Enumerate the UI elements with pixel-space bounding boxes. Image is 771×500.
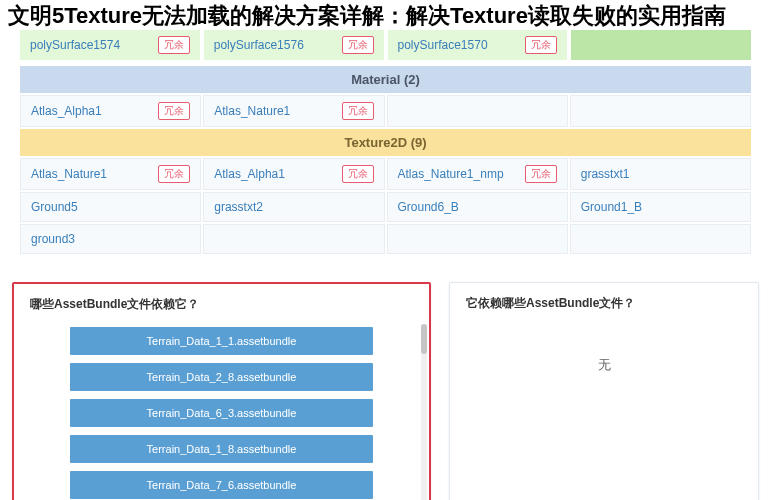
scrollbar[interactable] xyxy=(421,324,427,500)
content-area: polySurface1574 冗余 polySurface1576 冗余 po… xyxy=(0,0,771,254)
texture-cell[interactable]: Atlas_Alpha1 冗余 xyxy=(203,158,384,190)
dependencies-title: 它依赖哪些AssetBundle文件？ xyxy=(466,295,742,312)
redundant-badge: 冗余 xyxy=(342,36,374,54)
texture-name: Ground5 xyxy=(31,200,78,214)
material-row: Atlas_Alpha1 冗余 Atlas_Nature1 冗余 xyxy=(20,95,751,127)
dependencies-panel: 它依赖哪些AssetBundle文件？ 无 xyxy=(449,282,759,500)
poly-cell-empty xyxy=(571,30,751,60)
texture-cell-empty xyxy=(387,224,568,254)
dependents-title: 哪些AssetBundle文件依赖它？ xyxy=(30,296,413,313)
texture-cell[interactable]: ground3 xyxy=(20,224,201,254)
texture-row: ground3 xyxy=(20,224,751,254)
material-cell[interactable]: Atlas_Nature1 冗余 xyxy=(203,95,384,127)
texture-name: Atlas_Nature1 xyxy=(31,167,107,181)
texture-cell[interactable]: Ground1_B xyxy=(570,192,751,222)
redundant-badge: 冗余 xyxy=(158,102,190,120)
texture-name: Atlas_Alpha1 xyxy=(214,167,285,181)
none-text: 无 xyxy=(466,326,742,404)
texture-name: grasstxt2 xyxy=(214,200,263,214)
bundle-button[interactable]: Terrain_Data_2_8.assetbundle xyxy=(70,363,373,391)
redundant-badge: 冗余 xyxy=(525,165,557,183)
page-title: 文明5Texture无法加载的解决方案详解：解决Texture读取失败的实用指南 xyxy=(0,0,734,33)
material-name: Atlas_Nature1 xyxy=(214,104,290,118)
texture-name: Ground1_B xyxy=(581,200,642,214)
redundant-badge: 冗余 xyxy=(158,36,190,54)
texture-name: Ground6_B xyxy=(398,200,459,214)
material-header: Material (2) xyxy=(20,66,751,93)
poly-name: polySurface1576 xyxy=(214,38,304,52)
poly-cell[interactable]: polySurface1570 冗余 xyxy=(388,30,568,60)
texture-name: grasstxt1 xyxy=(581,167,630,181)
texture-name: Atlas_Nature1_nmp xyxy=(398,167,504,181)
panels-row: 哪些AssetBundle文件依赖它？ Terrain_Data_1_1.ass… xyxy=(0,264,771,500)
texture-cell[interactable]: grasstxt2 xyxy=(203,192,384,222)
texture-header: Texture2D (9) xyxy=(20,129,751,156)
bundle-button[interactable]: Terrain_Data_1_1.assetbundle xyxy=(70,327,373,355)
poly-row: polySurface1574 冗余 polySurface1576 冗余 po… xyxy=(20,30,751,60)
bundle-button[interactable]: Terrain_Data_6_3.assetbundle xyxy=(70,399,373,427)
bundle-list: Terrain_Data_1_1.assetbundle Terrain_Dat… xyxy=(30,327,413,499)
poly-name: polySurface1574 xyxy=(30,38,120,52)
poly-cell[interactable]: polySurface1576 冗余 xyxy=(204,30,384,60)
material-cell[interactable]: Atlas_Alpha1 冗余 xyxy=(20,95,201,127)
bundle-button[interactable]: Terrain_Data_1_8.assetbundle xyxy=(70,435,373,463)
bundle-button[interactable]: Terrain_Data_7_6.assetbundle xyxy=(70,471,373,499)
texture-cell[interactable]: Ground6_B xyxy=(387,192,568,222)
texture-cell-empty xyxy=(203,224,384,254)
material-cell-empty xyxy=(570,95,751,127)
redundant-badge: 冗余 xyxy=(525,36,557,54)
poly-cell[interactable]: polySurface1574 冗余 xyxy=(20,30,200,60)
texture-name: ground3 xyxy=(31,232,75,246)
redundant-badge: 冗余 xyxy=(342,165,374,183)
texture-row: Ground5 grasstxt2 Ground6_B Ground1_B xyxy=(20,192,751,222)
scrollbar-thumb[interactable] xyxy=(421,324,427,354)
texture-cell[interactable]: Ground5 xyxy=(20,192,201,222)
material-name: Atlas_Alpha1 xyxy=(31,104,102,118)
redundant-badge: 冗余 xyxy=(342,102,374,120)
texture-cell[interactable]: grasstxt1 xyxy=(570,158,751,190)
redundant-badge: 冗余 xyxy=(158,165,190,183)
texture-cell[interactable]: Atlas_Nature1 冗余 xyxy=(20,158,201,190)
material-cell-empty xyxy=(387,95,568,127)
texture-row: Atlas_Nature1 冗余 Atlas_Alpha1 冗余 Atlas_N… xyxy=(20,158,751,190)
texture-cell-empty xyxy=(570,224,751,254)
texture-cell[interactable]: Atlas_Nature1_nmp 冗余 xyxy=(387,158,568,190)
poly-name: polySurface1570 xyxy=(398,38,488,52)
dependents-panel: 哪些AssetBundle文件依赖它？ Terrain_Data_1_1.ass… xyxy=(12,282,431,500)
